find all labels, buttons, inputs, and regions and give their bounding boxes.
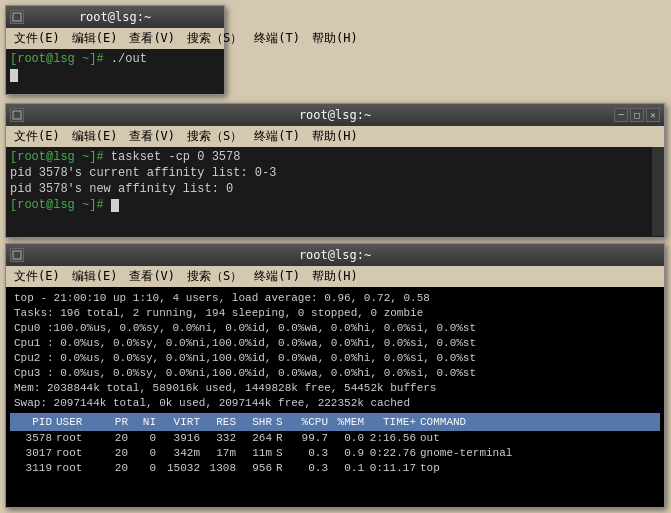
row1-mem: 0.9 bbox=[332, 446, 368, 461]
terminal-content-3: top - 21:00:10 up 1:10, 4 users, load av… bbox=[6, 287, 664, 506]
window-controls-1[interactable] bbox=[10, 10, 24, 24]
row2-shr: 956 bbox=[240, 461, 276, 476]
menu-file-3[interactable]: 文件(E) bbox=[8, 267, 66, 286]
terminal-content-2: [root@lsg ~]# taskset -cp 0 3578 pid 357… bbox=[6, 147, 664, 236]
top-line-5: Cpu3 : 0.0%us, 0.0%sy, 0.0%ni,100.0%id, … bbox=[14, 366, 656, 381]
window-1: root@lsg:~ 文件(E) 编辑(E) 查看(V) 搜索（S） 终端(T)… bbox=[5, 5, 225, 95]
menu-file-2[interactable]: 文件(E) bbox=[8, 127, 66, 146]
menu-help-2[interactable]: 帮助(H) bbox=[306, 127, 364, 146]
col-header-shr: SHR bbox=[240, 414, 276, 430]
menu-help-1[interactable]: 帮助(H) bbox=[306, 29, 364, 48]
terminal-line-2-1: pid 3578's current affinity list: 0-3 bbox=[10, 165, 660, 181]
window-icon-1 bbox=[10, 10, 24, 24]
menu-edit-1[interactable]: 编辑(E) bbox=[66, 29, 124, 48]
row1-cpu: 0.3 bbox=[292, 446, 332, 461]
menu-view-2[interactable]: 查看(V) bbox=[123, 127, 181, 146]
col-header-s: S bbox=[276, 414, 292, 430]
menubar-2: 文件(E) 编辑(E) 查看(V) 搜索（S） 终端(T) 帮助(H) bbox=[6, 126, 664, 147]
col-header-res: RES bbox=[204, 414, 240, 430]
scrollbar-2[interactable] bbox=[652, 147, 664, 236]
terminal-line-2-0: [root@lsg ~]# taskset -cp 0 3578 bbox=[10, 149, 660, 165]
window-icon-3 bbox=[10, 248, 24, 262]
col-header-ni: NI bbox=[132, 414, 160, 430]
row1-pid: 3017 bbox=[14, 446, 56, 461]
row0-shr: 264 bbox=[240, 431, 276, 446]
row2-virt: 15032 bbox=[160, 461, 204, 476]
col-header-time: TIME+ bbox=[368, 414, 420, 430]
prompt-2-3: [root@lsg ~]# bbox=[10, 198, 111, 212]
window-controls-3[interactable] bbox=[10, 248, 24, 262]
window-controls-2[interactable] bbox=[10, 108, 24, 122]
menu-terminal-3[interactable]: 终端(T) bbox=[248, 267, 306, 286]
row0-cpu: 99.7 bbox=[292, 431, 332, 446]
minimize-btn-2[interactable]: ─ bbox=[614, 108, 628, 122]
top-row-0: 3578 root 20 0 3916 332 264 R 99.7 0.0 2… bbox=[10, 431, 660, 446]
row0-s: R bbox=[276, 431, 292, 446]
menu-terminal-1[interactable]: 终端(T) bbox=[248, 29, 306, 48]
window-controls-right-2[interactable]: ─ □ ✕ bbox=[614, 108, 660, 122]
menu-search-3[interactable]: 搜索（S） bbox=[181, 267, 248, 286]
window-3: root@lsg:~ 文件(E) 编辑(E) 查看(V) 搜索（S） 终端(T)… bbox=[5, 243, 665, 508]
menu-edit-2[interactable]: 编辑(E) bbox=[66, 127, 124, 146]
menu-search-1[interactable]: 搜索（S） bbox=[181, 29, 248, 48]
row0-pr: 20 bbox=[104, 431, 132, 446]
row2-s: R bbox=[276, 461, 292, 476]
close-btn-2[interactable]: ✕ bbox=[646, 108, 660, 122]
col-header-pr: PR bbox=[104, 414, 132, 430]
menu-terminal-2[interactable]: 终端(T) bbox=[248, 127, 306, 146]
row0-user: root bbox=[56, 431, 104, 446]
row1-pr: 20 bbox=[104, 446, 132, 461]
terminal-line-2-2: pid 3578's new affinity list: 0 bbox=[10, 181, 660, 197]
window-title-3: root@lsg:~ bbox=[299, 248, 371, 262]
top-stats: top - 21:00:10 up 1:10, 4 users, load av… bbox=[10, 289, 660, 413]
row0-pid: 3578 bbox=[14, 431, 56, 446]
window-icon-2 bbox=[10, 108, 24, 122]
col-header-user: USER bbox=[56, 414, 104, 430]
row2-user: root bbox=[56, 461, 104, 476]
top-row-1: 3017 root 20 0 342m 17m 11m S 0.3 0.9 0:… bbox=[10, 446, 660, 461]
menu-search-2[interactable]: 搜索（S） bbox=[181, 127, 248, 146]
row0-ni: 0 bbox=[132, 431, 160, 446]
cursor-2 bbox=[111, 199, 119, 212]
row2-pr: 20 bbox=[104, 461, 132, 476]
row2-mem: 0.1 bbox=[332, 461, 368, 476]
menu-view-1[interactable]: 查看(V) bbox=[123, 29, 181, 48]
cmd-2-0: taskset -cp 0 3578 bbox=[111, 150, 241, 164]
maximize-btn-2[interactable]: □ bbox=[630, 108, 644, 122]
svg-rect-2 bbox=[13, 251, 21, 259]
cmd-1: ./out bbox=[111, 52, 147, 66]
menu-view-3[interactable]: 查看(V) bbox=[123, 267, 181, 286]
prompt-2-0: [root@lsg ~]# bbox=[10, 150, 111, 164]
row2-ni: 0 bbox=[132, 461, 160, 476]
menu-help-3[interactable]: 帮助(H) bbox=[306, 267, 364, 286]
cursor-1 bbox=[10, 69, 18, 82]
row0-mem: 0.0 bbox=[332, 431, 368, 446]
row2-cmd: top bbox=[420, 461, 656, 476]
col-header-virt: VIRT bbox=[160, 414, 204, 430]
terminal-line-1: [root@lsg ~]# ./out bbox=[10, 51, 220, 67]
row2-res: 1308 bbox=[204, 461, 240, 476]
terminal-line-2-3: [root@lsg ~]# bbox=[10, 197, 660, 213]
cursor-line-1 bbox=[10, 67, 220, 83]
row1-shr: 11m bbox=[240, 446, 276, 461]
row1-cmd: gnome-terminal bbox=[420, 446, 656, 461]
svg-rect-1 bbox=[13, 111, 21, 119]
terminal-content-1: [root@lsg ~]# ./out bbox=[6, 49, 224, 93]
menu-edit-3[interactable]: 编辑(E) bbox=[66, 267, 124, 286]
row1-virt: 342m bbox=[160, 446, 204, 461]
row0-virt: 3916 bbox=[160, 431, 204, 446]
row0-cmd: out bbox=[420, 431, 656, 446]
col-header-mem: %MEM bbox=[332, 414, 368, 430]
col-header-cmd: COMMAND bbox=[420, 414, 656, 430]
window-title-2: root@lsg:~ bbox=[299, 108, 371, 122]
row1-time: 0:22.76 bbox=[368, 446, 420, 461]
window-title-1: root@lsg:~ bbox=[79, 10, 151, 24]
prompt-1: [root@lsg ~]# bbox=[10, 52, 111, 66]
top-line-6: Mem: 2038844k total, 589016k used, 14498… bbox=[14, 381, 656, 396]
row1-user: root bbox=[56, 446, 104, 461]
top-line-2: Cpu0 :100.0%us, 0.0%sy, 0.0%ni, 0.0%id, … bbox=[14, 321, 656, 336]
row2-cpu: 0.3 bbox=[292, 461, 332, 476]
menu-file-1[interactable]: 文件(E) bbox=[8, 29, 66, 48]
top-line-1: Tasks: 196 total, 2 running, 194 sleepin… bbox=[14, 306, 656, 321]
titlebar-3: root@lsg:~ bbox=[6, 244, 664, 266]
